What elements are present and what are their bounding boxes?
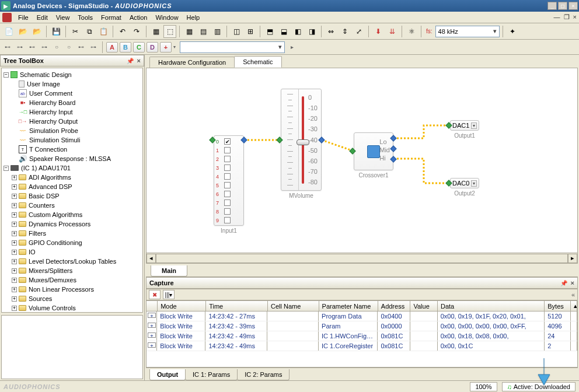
letter-a-button[interactable]: A [106, 42, 118, 52]
canvas-hscroll[interactable]: ◂ ▸ [147, 253, 577, 263]
tree-folder[interactable]: +Counters [4, 201, 141, 210]
capture-row[interactable]: + Block Write 14:23:42 - 27ms Program Da… [147, 312, 577, 321]
letter-c-button[interactable]: C [133, 42, 145, 52]
size2-button[interactable]: ⇕ [339, 25, 351, 38]
size1-button[interactable]: ⇔ [325, 25, 337, 38]
tree-item[interactable]: □→Hierarchy Output [4, 117, 141, 126]
tree-item[interactable]: TT Connection [4, 145, 141, 154]
capture-clear-button[interactable]: ✖ [149, 290, 161, 299]
tree-item[interactable]: abUser Comment [4, 89, 141, 98]
col-time[interactable]: Time [206, 301, 268, 311]
capture-grid[interactable]: Mode Time Cell Name Parameter Name Addre… [146, 300, 578, 368]
input-row[interactable]: 5 [214, 181, 243, 190]
conn6-icon[interactable]: ○ [64, 42, 74, 52]
new-button[interactable]: 📄 [2, 25, 15, 38]
tree-folder[interactable]: +IO [4, 247, 141, 257]
open2-button[interactable]: 📂 [30, 25, 43, 38]
col-mode[interactable]: Mode [158, 301, 206, 311]
expand-icon[interactable]: + [148, 313, 156, 318]
input-block[interactable]: 0✔123456789 [214, 135, 244, 226]
pointer-button[interactable]: ⬚ [163, 25, 176, 38]
tab-schematic[interactable]: Schematic [234, 56, 281, 68]
layout2-button[interactable]: ▤ [197, 25, 210, 38]
redo-button[interactable]: ↷ [130, 25, 143, 38]
zoom-indicator[interactable]: 100% [470, 382, 497, 391]
menu-format[interactable]: Format [97, 13, 125, 22]
input-row[interactable]: 9 [214, 216, 243, 225]
main-sheet-tab[interactable]: Main [151, 265, 187, 276]
col-data[interactable]: Data [438, 301, 545, 311]
tree-view[interactable]: −Schematic DesignUser ImageabUser Commen… [1, 68, 143, 313]
menu-tools[interactable]: Tools [74, 13, 97, 22]
tree-item[interactable]: 🔊Speaker Response : MLSSA [4, 154, 141, 163]
tree-folder[interactable]: +Advanced DSP [4, 182, 141, 191]
capture-collapse-icon[interactable]: « [571, 291, 575, 298]
close-button[interactable]: × [568, 2, 578, 10]
download-button[interactable]: ⇊ [386, 25, 399, 38]
letter-d-button[interactable]: D [147, 42, 158, 52]
maximize-button[interactable]: □ [558, 2, 567, 10]
size3-button[interactable]: ⤢ [353, 25, 365, 38]
tree-item[interactable]: →□Hierarchy Input [4, 107, 141, 117]
input-checkbox[interactable] [224, 200, 231, 206]
schematic-canvas[interactable]: 0✔123456789 Input1 0-10-20-30-40-50-60-7… [147, 68, 577, 253]
conn1-icon[interactable]: ⊷ [2, 42, 13, 52]
scroll-right-icon[interactable]: ▸ [568, 254, 577, 263]
input-row[interactable]: 3 [214, 163, 243, 172]
crossover-block[interactable]: Lo Mid Hi [354, 132, 393, 170]
expand-icon[interactable]: + [148, 332, 156, 338]
volume-block[interactable]: 0-10-20-30-40-50-60-70-80 [281, 89, 322, 191]
expand-icon[interactable]: + [148, 323, 156, 328]
input-checkbox[interactable] [224, 164, 231, 171]
input-row[interactable]: 1 [214, 146, 243, 155]
tree-item[interactable]: ■▪Hierarchy Board [4, 98, 141, 107]
sample-rate-combo[interactable]: 48 kHz [435, 26, 500, 37]
plus-button[interactable]: + [160, 42, 172, 52]
tree-folder[interactable]: +Mixers/Splitters [4, 266, 141, 275]
align2-button[interactable]: ⬓ [277, 25, 290, 38]
tree-folder[interactable]: +Custom Algorithms [4, 210, 141, 219]
input-row[interactable]: 2 [214, 155, 243, 163]
input-checkbox[interactable] [224, 217, 231, 223]
capture-row[interactable]: + Block Write 14:23:42 - 49ms IC 1.HWCon… [147, 331, 577, 341]
input-checkbox[interactable] [224, 191, 231, 197]
tree-folder[interactable]: +Basic DSP [4, 191, 141, 201]
capture-row[interactable]: + Block Write 14:23:42 - 39ms Param 0x00… [147, 321, 577, 331]
selector-combo[interactable] [180, 41, 285, 53]
input-row[interactable]: 6 [214, 190, 243, 198]
conn8-icon[interactable]: ⊶ [88, 42, 99, 52]
menu-view[interactable]: View [52, 13, 74, 22]
col-bytes[interactable]: Bytes [545, 301, 571, 311]
mdi-minimize-button[interactable]: — [554, 13, 560, 21]
menu-action[interactable]: Action [125, 13, 152, 22]
panel-close-icon[interactable]: × [137, 57, 141, 64]
capture-close-icon[interactable]: × [571, 279, 574, 286]
letter-b-button[interactable]: B [120, 42, 131, 52]
capture-columns-button[interactable]: |||▾ [163, 290, 175, 299]
tab-output[interactable]: Output [149, 369, 186, 380]
output1-block[interactable]: DAC1 [450, 120, 479, 131]
tab-ic2[interactable]: IC 2: Params [237, 369, 290, 380]
mdi-close-button[interactable]: × [573, 13, 577, 21]
cut-button[interactable]: ✂ [69, 25, 82, 38]
net-button[interactable]: ⚛ [405, 25, 418, 38]
input-checkbox[interactable] [224, 173, 231, 180]
align1-button[interactable]: ⬒ [263, 25, 276, 38]
tab-ic1[interactable]: IC 1: Params [185, 369, 238, 380]
capture-pin-icon[interactable]: 📌 [560, 280, 567, 286]
copy-button[interactable]: ⧉ [83, 25, 96, 38]
tree-folder[interactable]: +Level Detectors/Lookup Tables [4, 257, 141, 266]
tree-folder[interactable]: +Filters [4, 229, 141, 238]
scatter-button[interactable]: ✦ [506, 25, 519, 38]
undo-button[interactable]: ↶ [116, 25, 129, 38]
input-checkbox[interactable] [224, 156, 231, 162]
menu-help[interactable]: Help [183, 13, 204, 22]
tree-folder[interactable]: +Non Linear Processors [4, 285, 141, 294]
paste-button[interactable]: 📋 [97, 25, 110, 38]
tree-folder[interactable]: +GPIO Conditioning [4, 238, 141, 247]
conn4-icon[interactable]: ⊶ [39, 42, 50, 52]
layout1-button[interactable]: ▦ [183, 25, 196, 38]
tree-root-ic1[interactable]: −(IC 1) ADAU1701 [4, 163, 141, 173]
conn2-icon[interactable]: ⊶ [15, 42, 25, 52]
input-checkbox[interactable]: ✔ [224, 138, 231, 145]
